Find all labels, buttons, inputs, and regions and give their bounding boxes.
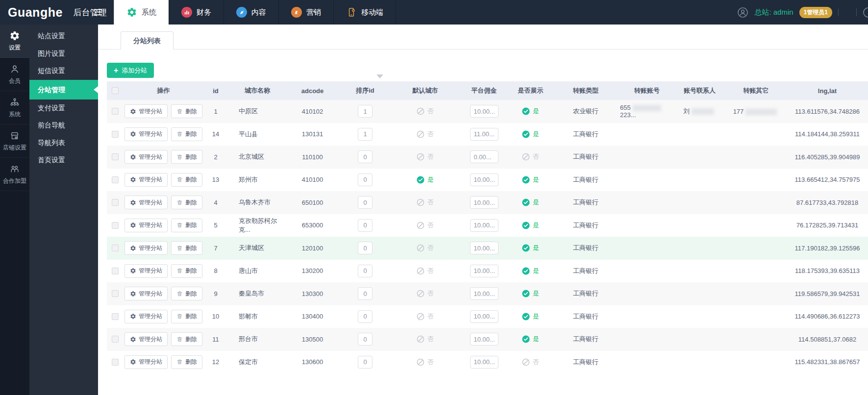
cell-contact bbox=[674, 305, 725, 328]
manage-branch-button[interactable]: 管理分站 bbox=[124, 196, 168, 209]
row-checkbox[interactable] bbox=[112, 108, 119, 115]
sort-id-input[interactable] bbox=[358, 242, 372, 254]
manage-branch-button[interactable]: 管理分站 bbox=[124, 310, 168, 323]
nav-tab-content[interactable]: 内容 bbox=[223, 0, 278, 25]
delete-button[interactable]: 删除 bbox=[171, 241, 202, 255]
commission-input[interactable] bbox=[470, 105, 498, 118]
actions-cell: 管理分站删除 bbox=[124, 282, 203, 305]
manage-branch-button[interactable]: 管理分站 bbox=[124, 264, 168, 278]
manage-branch-button[interactable]: 管理分站 bbox=[124, 127, 168, 141]
submenu-item-4[interactable]: 支付设置 bbox=[29, 99, 98, 117]
rail-item-person[interactable]: 会员 bbox=[0, 58, 29, 91]
submenu-item-3[interactable]: 分站管理 bbox=[29, 80, 98, 99]
sort-id-input[interactable] bbox=[358, 333, 372, 346]
sort-id-input[interactable] bbox=[358, 150, 372, 163]
table-row: 管理分站删除9秦皇岛市130300否是工商银行119.586579,39.942… bbox=[107, 282, 868, 305]
submenu-item-0[interactable]: 站点设置 bbox=[29, 27, 98, 45]
commission-input[interactable] bbox=[470, 219, 498, 232]
manage-branch-button[interactable]: 管理分站 bbox=[124, 332, 168, 346]
column-header: 默认城市 bbox=[392, 81, 458, 100]
manage-branch-button[interactable]: 管理分站 bbox=[124, 173, 168, 187]
fullscreen-icon[interactable] bbox=[863, 7, 868, 18]
cell-default-city: 否 bbox=[392, 100, 458, 123]
submenu-item-5[interactable]: 前台导航 bbox=[29, 117, 98, 134]
sort-id-input[interactable] bbox=[358, 219, 372, 232]
add-branch-button[interactable]: + 添加分站 bbox=[107, 63, 154, 78]
no-badge: 否 bbox=[522, 358, 539, 367]
row-checkbox[interactable] bbox=[112, 268, 119, 274]
nav-tab-mobile[interactable]: 移动端 bbox=[333, 0, 396, 25]
row-checkbox[interactable] bbox=[112, 313, 119, 320]
commission-input[interactable] bbox=[470, 150, 498, 163]
rail-item-partner[interactable]: 合作加盟 bbox=[0, 158, 29, 191]
submenu-item-7[interactable]: 首页设置 bbox=[29, 151, 98, 169]
topbar-user-area: 总站: admin 1管理员1 bbox=[737, 0, 868, 25]
sort-id-input[interactable] bbox=[358, 196, 372, 209]
sort-id-input[interactable] bbox=[358, 105, 372, 118]
tab-branch-list[interactable]: 分站列表 bbox=[121, 31, 174, 49]
side-submenu: 站点设置图片设置短信设置分站管理支付设置前台导航导航列表首页设置 bbox=[29, 25, 98, 395]
sort-id-input[interactable] bbox=[358, 287, 372, 300]
rail-item-gear[interactable]: 设置 bbox=[0, 25, 29, 58]
site-admin-label[interactable]: 总站: admin bbox=[754, 8, 793, 17]
no-badge: 否 bbox=[417, 221, 434, 230]
row-checkbox[interactable] bbox=[112, 359, 119, 366]
delete-button[interactable]: 删除 bbox=[171, 196, 202, 209]
delete-button[interactable]: 删除 bbox=[171, 173, 202, 187]
row-checkbox[interactable] bbox=[112, 290, 119, 297]
delete-button[interactable]: 删除 bbox=[171, 332, 202, 346]
delete-button[interactable]: 删除 bbox=[171, 219, 202, 232]
row-checkbox[interactable] bbox=[112, 199, 119, 206]
delete-button[interactable]: 删除 bbox=[171, 287, 202, 300]
row-checkbox[interactable] bbox=[112, 176, 119, 183]
delete-button[interactable]: 删除 bbox=[171, 104, 202, 118]
badge-label: 否 bbox=[427, 152, 434, 161]
commission-input[interactable] bbox=[470, 173, 498, 186]
manage-branch-button[interactable]: 管理分站 bbox=[124, 219, 168, 232]
sort-id-input[interactable] bbox=[358, 128, 372, 141]
sort-caret-icon[interactable] bbox=[376, 74, 383, 82]
delete-button[interactable]: 删除 bbox=[171, 355, 202, 369]
nav-tab-system[interactable]: 系统 bbox=[114, 0, 169, 25]
delete-button[interactable]: 删除 bbox=[171, 127, 202, 141]
nav-tab-marketing[interactable]: 营销 bbox=[278, 0, 333, 25]
manage-branch-button[interactable]: 管理分站 bbox=[124, 355, 168, 369]
actions-cell: 管理分站删除 bbox=[124, 191, 203, 214]
commission-input[interactable] bbox=[470, 333, 498, 346]
collapse-menu-icon[interactable] bbox=[87, 0, 109, 25]
row-checkbox[interactable] bbox=[112, 245, 119, 251]
submenu-item-2[interactable]: 短信设置 bbox=[29, 62, 98, 80]
submenu-item-1[interactable]: 图片设置 bbox=[29, 45, 98, 63]
commission-input[interactable] bbox=[470, 196, 498, 209]
commission-input[interactable] bbox=[470, 310, 498, 323]
delete-button[interactable]: 删除 bbox=[171, 150, 202, 164]
rail-item-sitemap[interactable]: 系统 bbox=[0, 91, 29, 124]
commission-input[interactable] bbox=[470, 356, 498, 369]
sort-id-input[interactable] bbox=[358, 265, 372, 277]
delete-button[interactable]: 删除 bbox=[171, 264, 202, 278]
commission-input[interactable] bbox=[470, 242, 498, 254]
manage-branch-label: 管理分站 bbox=[139, 267, 162, 275]
delete-button[interactable]: 删除 bbox=[171, 310, 202, 323]
manage-branch-button[interactable]: 管理分站 bbox=[124, 150, 168, 164]
commission-input[interactable] bbox=[470, 287, 498, 300]
sort-id-input[interactable] bbox=[358, 356, 372, 369]
badge-label: 是 bbox=[533, 312, 539, 321]
submenu-item-6[interactable]: 导航列表 bbox=[29, 134, 98, 152]
rail-item-label: 合作加盟 bbox=[3, 177, 26, 185]
nav-tab-finance[interactable]: 财务 bbox=[169, 0, 223, 25]
row-checkbox[interactable] bbox=[112, 336, 119, 343]
row-checkbox[interactable] bbox=[112, 153, 119, 160]
row-checkbox[interactable] bbox=[112, 222, 119, 229]
manage-branch-button[interactable]: 管理分站 bbox=[124, 241, 168, 255]
sort-id-input[interactable] bbox=[358, 310, 372, 323]
select-all-checkbox[interactable] bbox=[112, 87, 119, 94]
rail-item-shop[interactable]: 店铺设置 bbox=[0, 124, 29, 158]
commission-input[interactable] bbox=[470, 128, 498, 141]
commission-input[interactable] bbox=[470, 265, 498, 277]
trash-icon bbox=[176, 176, 183, 183]
manage-branch-button[interactable]: 管理分站 bbox=[124, 104, 168, 118]
manage-branch-button[interactable]: 管理分站 bbox=[124, 287, 168, 300]
sort-id-input[interactable] bbox=[358, 173, 372, 186]
row-checkbox[interactable] bbox=[112, 131, 119, 138]
